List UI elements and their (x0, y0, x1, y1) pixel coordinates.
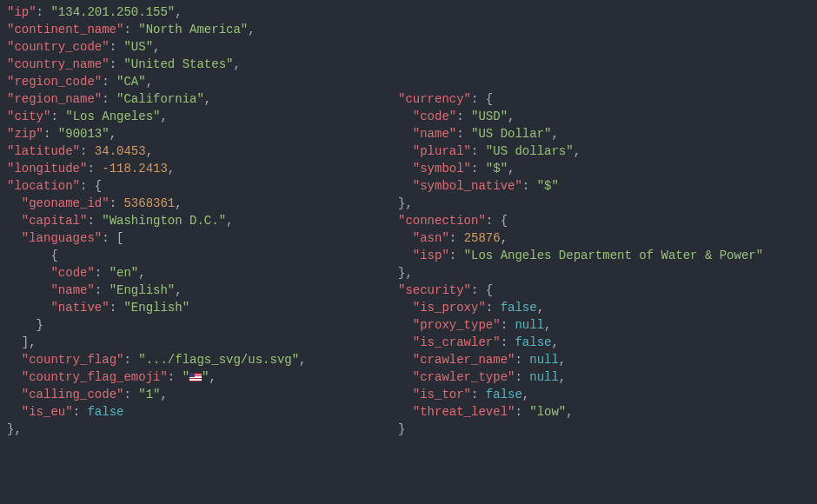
json-key: "crawler_type" (413, 370, 515, 384)
json-string: "North America" (138, 23, 248, 36)
json-key: "country_name" (7, 57, 110, 71)
json-key: "longitude" (7, 162, 87, 176)
json-key: "region_code" (7, 75, 102, 89)
json-key: "zip" (7, 127, 43, 141)
json-literal: false (87, 405, 123, 419)
json-string: "en" (110, 266, 139, 280)
json-key: "plural" (413, 144, 471, 158)
brace: } (398, 422, 405, 436)
json-key: "location" (7, 179, 80, 193)
brace: }, (398, 196, 413, 210)
json-key: "capital" (22, 214, 88, 228)
json-string: "English" (123, 301, 189, 315)
json-key: "geoname_id" (22, 196, 110, 210)
json-key: "region_name" (7, 92, 102, 106)
json-key: "continent_name" (7, 23, 123, 36)
json-string: "United States" (123, 57, 233, 71)
json-string: "Los Angeles Department of Water & Power… (464, 249, 763, 262)
json-key: "country_flag" (22, 353, 124, 367)
brace: ], (22, 335, 37, 349)
json-number: -118.2413 (102, 162, 168, 176)
json-string: "Washington D.C." (102, 214, 226, 228)
json-key: "country_code" (7, 40, 110, 54)
json-literal: false (515, 335, 551, 349)
brace: }, (398, 266, 413, 280)
json-right-column: "currency": { "code": "USD", "name": "US… (389, 3, 763, 438)
json-left-column: "ip": "134.201.250.155", "continent_name… (7, 3, 389, 438)
json-key: "threat_level" (413, 405, 515, 419)
json-string: "USD" (471, 109, 508, 123)
json-string: "English" (110, 283, 176, 297)
json-string: "CA" (116, 75, 146, 89)
json-number: 5368361 (123, 196, 175, 210)
json-key: "symbol" (413, 162, 471, 176)
json-key: "connection" (398, 214, 486, 228)
json-key: "code" (413, 109, 456, 123)
json-number: 25876 (464, 231, 501, 245)
json-key: "symbol_native" (413, 179, 522, 193)
json-key: "code" (50, 266, 94, 280)
json-key: "languages" (22, 231, 102, 245)
json-key: "latitude" (7, 144, 80, 158)
json-key: "city" (7, 109, 50, 123)
json-key: "isp" (413, 249, 449, 262)
json-literal: null (529, 370, 559, 384)
json-number: 34.0453 (95, 144, 146, 158)
json-key: "currency" (398, 92, 471, 106)
json-key: "is_crawler" (413, 335, 501, 349)
json-key: "native" (50, 301, 109, 315)
brace: }, (7, 422, 22, 436)
json-key: "crawler_name" (413, 353, 515, 367)
json-string: "low" (529, 405, 566, 419)
json-key: "ip" (7, 5, 37, 19)
json-string: "90013" (58, 127, 110, 141)
brace: { (50, 249, 57, 262)
json-string: "California" (116, 92, 204, 106)
json-string: "Los Angeles" (65, 109, 160, 123)
json-string: "$" (486, 162, 508, 176)
json-key: "is_tor" (413, 388, 471, 401)
json-key: "country_flag_emoji" (22, 370, 168, 384)
json-key: "is_proxy" (413, 301, 486, 315)
json-string: "1" (138, 388, 160, 401)
json-string: "$" (537, 179, 559, 193)
json-key: "name" (413, 127, 456, 141)
json-literal: null (515, 318, 544, 332)
json-string: "US" (123, 40, 153, 54)
brace: } (37, 318, 43, 332)
json-key: "security" (398, 283, 471, 297)
json-key: "asn" (413, 231, 449, 245)
json-literal: null (529, 353, 559, 367)
json-literal: false (501, 301, 537, 315)
us-flag-icon (189, 373, 202, 381)
json-string: ".../flags_svg/us.svg" (138, 353, 299, 367)
json-literal: false (486, 388, 522, 401)
json-key: "calling_code" (22, 388, 124, 401)
json-string: "US dollars" (486, 144, 574, 158)
json-key: "is_eu" (22, 405, 73, 419)
code-columns: "ip": "134.201.250.155", "continent_name… (0, 0, 817, 438)
json-string: "US Dollar" (471, 127, 551, 141)
json-string: "134.201.250.155" (50, 5, 175, 19)
json-key: "name" (50, 283, 94, 297)
json-key: "proxy_type" (413, 318, 501, 332)
